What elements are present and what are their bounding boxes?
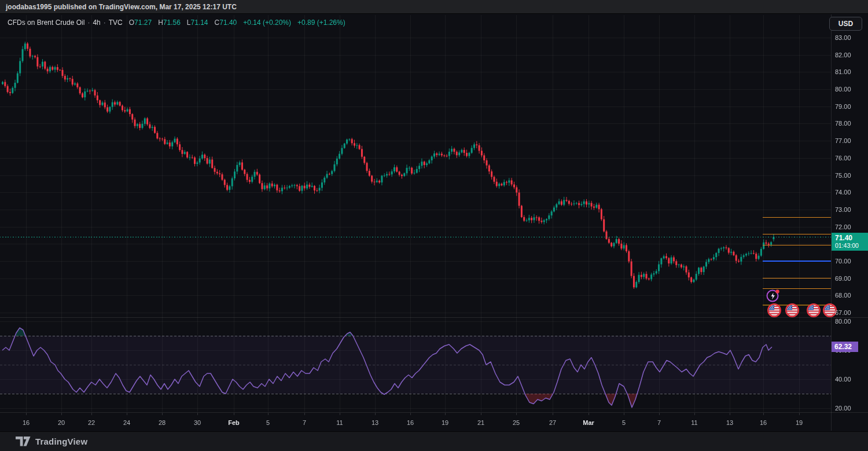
time-tick-label: 5 xyxy=(266,419,270,426)
price-level-line[interactable] xyxy=(763,234,831,234)
publisher-bar: joodabas1995 published on TradingView.co… xyxy=(0,0,868,14)
time-tick-label: 13 xyxy=(372,419,378,426)
time-tick-label: 16 xyxy=(407,419,414,426)
time-tick-label: 21 xyxy=(477,419,484,426)
price-tick-label: 72.00 xyxy=(835,223,851,230)
time-tick-label: 16 xyxy=(23,419,30,426)
rsi-tick-label: 80.00 xyxy=(835,318,851,325)
ohlc-high: H71.56 xyxy=(158,19,181,27)
publisher-text: joodabas1995 published on TradingView.co… xyxy=(6,3,237,11)
time-tick-label: 19 xyxy=(796,419,803,426)
time-tick-label: 24 xyxy=(123,419,130,426)
time-tick-label: 28 xyxy=(159,419,165,426)
bar-countdown: 01:43:00 xyxy=(835,242,868,249)
time-tick-label: Feb xyxy=(228,419,240,426)
price-tick-label: 79.00 xyxy=(835,103,851,110)
us-flag-event-icon[interactable] xyxy=(767,303,783,319)
price-tick-label: 74.00 xyxy=(835,189,851,196)
time-tick-label: 13 xyxy=(726,419,733,426)
tradingview-published-chart: joodabas1995 published on TradingView.co… xyxy=(0,0,868,451)
last-price-line xyxy=(0,237,831,237)
ohlc-close: C71.40 xyxy=(215,19,237,27)
symbol-title[interactable]: CFDs on Brent Crude Oil xyxy=(8,19,84,27)
time-tick-label: 25 xyxy=(513,419,520,426)
time-tick-label: 16 xyxy=(760,419,767,426)
time-tick-label: 7 xyxy=(657,419,661,426)
time-tick-label: 20 xyxy=(58,419,65,426)
price-chart-canvas[interactable] xyxy=(0,0,868,451)
price-level-line[interactable] xyxy=(763,278,831,278)
price-tick-label: 81.00 xyxy=(835,68,851,75)
time-tick-label: 7 xyxy=(303,419,306,426)
tradingview-brand[interactable]: TradingView xyxy=(35,437,87,446)
chart-legend: CFDs on Brent Crude Oil·4h·TVCO71.27H71.… xyxy=(8,19,345,27)
price-level-line[interactable] xyxy=(763,245,831,245)
price-tick-label: 76.00 xyxy=(835,155,851,162)
price-tick-label: 82.00 xyxy=(835,52,851,58)
us-flag-event-icon[interactable] xyxy=(785,303,801,319)
exchange-label[interactable]: TVC xyxy=(109,19,123,27)
price-tick-label: 67.00 xyxy=(835,309,851,316)
price-tick-label: 70.00 xyxy=(835,258,851,265)
time-tick-label: 19 xyxy=(442,419,448,426)
currency-toggle-button[interactable]: USD xyxy=(829,17,862,31)
separator-dot: · xyxy=(87,19,90,27)
time-tick-label: 11 xyxy=(336,419,343,426)
rsi-tick-label: 20.00 xyxy=(835,405,851,412)
ohlc-open: O71.27 xyxy=(129,19,152,27)
time-tick-label: 22 xyxy=(88,419,95,426)
last-price-label: 71.40 01:43:00 xyxy=(832,233,868,251)
bar-change: +0.14 (+0.20%) xyxy=(243,19,291,27)
footer-bar: TradingView xyxy=(0,431,868,451)
time-tick-label: 30 xyxy=(194,419,201,426)
interval-label[interactable]: 4h xyxy=(93,19,100,27)
price-tick-label: 83.00 xyxy=(835,34,851,41)
price-level-line[interactable] xyxy=(763,217,831,218)
price-tick-label: 73.00 xyxy=(835,206,851,213)
ohlc-low: L71.14 xyxy=(187,19,208,27)
time-tick-label: 27 xyxy=(549,419,556,426)
us-flag-event-icon[interactable] xyxy=(806,303,822,319)
time-tick-label: 11 xyxy=(691,419,697,426)
separator-dot: · xyxy=(104,19,106,27)
rsi-value-label: 62.32 xyxy=(832,342,858,352)
price-tick-label: 78.00 xyxy=(835,120,851,127)
price-level-line[interactable] xyxy=(763,261,831,262)
price-tick-label: 77.00 xyxy=(835,137,851,144)
time-tick-label: Mar xyxy=(583,419,594,426)
tradingview-logo-icon[interactable] xyxy=(16,437,31,446)
rsi-tick-label: 40.00 xyxy=(835,376,851,383)
last-price-value: 71.40 xyxy=(835,234,868,242)
flash-event-icon[interactable] xyxy=(765,287,781,303)
price-tick-label: 69.00 xyxy=(835,275,851,282)
price-tick-label: 80.00 xyxy=(835,86,851,93)
price-tick-label: 68.00 xyxy=(835,292,851,299)
time-tick-label: 5 xyxy=(622,419,626,426)
extended-change: +0.89 (+1.26%) xyxy=(297,19,345,27)
time-axis[interactable]: 162022242830Feb5711131619212527Mar571113… xyxy=(0,412,831,431)
price-tick-label: 75.00 xyxy=(835,172,851,179)
